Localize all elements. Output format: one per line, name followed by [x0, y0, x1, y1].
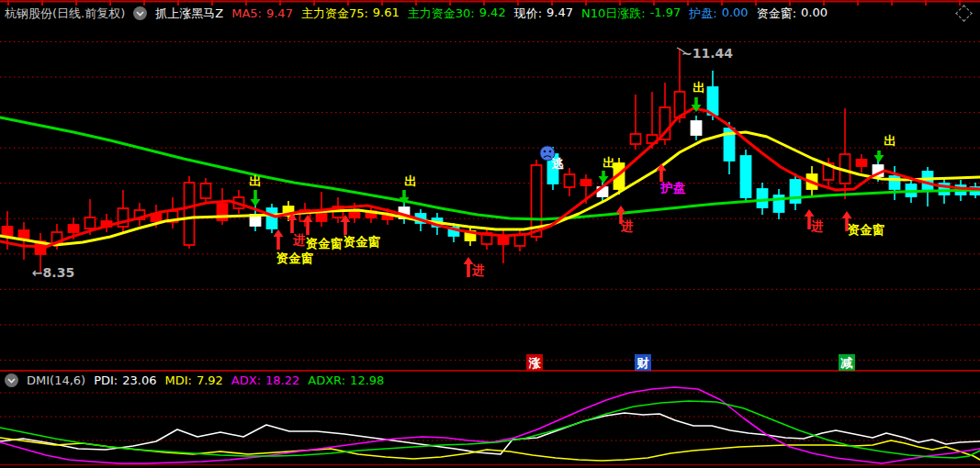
annotation-text: 出: [693, 80, 705, 95]
field-value: 12.98: [350, 373, 384, 387]
annotation-text: 出: [249, 173, 262, 188]
field-hupan: 护盘:0.00: [689, 6, 748, 22]
dmi-indicator-name: DMI(14,6): [27, 373, 85, 387]
stock-title: 杭钢股份(日线.前复权): [5, 6, 125, 22]
field-value: -1.97: [650, 6, 681, 22]
candle-body: [69, 225, 79, 232]
sell-arrow-icon: [251, 190, 261, 206]
candle-body: [317, 214, 327, 221]
chevron-down-circle-icon[interactable]: [133, 6, 147, 20]
field-label: ADX:: [231, 373, 261, 387]
buy-arrow-icon: [657, 163, 667, 182]
chart-canvas[interactable]: 出资金窗进资金窗资金窗出进逃出进护盘出进资金窗出~11.44←8.35: [0, 0, 980, 468]
field-label: 主力资金30:: [408, 6, 475, 22]
high-price-label: ~11.44: [681, 46, 733, 61]
candle-body: [708, 87, 718, 115]
field-mdi: MDI:7.92: [164, 373, 222, 387]
candle-body: [515, 235, 525, 246]
candle-body: [85, 217, 96, 228]
annotation-text: 进: [292, 232, 306, 247]
field-value: 7.92: [197, 373, 223, 387]
indicator-name: 抓上涨黑马Z: [155, 6, 223, 22]
field-value: 9.47: [266, 6, 293, 20]
field-value: 9.47: [546, 6, 573, 22]
field-label: 现价:: [514, 6, 542, 22]
annotation-text: 资金窗: [276, 251, 314, 265]
face-eye: [549, 150, 552, 153]
face-eye: [544, 150, 546, 153]
annotation-text: 资金窗: [344, 234, 381, 249]
field-label: MA5:: [231, 6, 262, 20]
annotation-text: 资金窗: [306, 236, 344, 251]
field-value: 0.00: [801, 6, 828, 22]
candle-body: [758, 189, 768, 207]
sell-arrow-icon: [874, 150, 884, 162]
candle-body: [631, 134, 641, 144]
field-label: 主力资金75:: [301, 6, 368, 22]
candle-body: [857, 160, 867, 166]
field-zijinchuang: 资金窗:0.00: [757, 6, 828, 22]
candle-body: [3, 227, 13, 236]
buy-arrow-icon: [274, 229, 284, 250]
candle-body: [565, 174, 575, 187]
tag-jian[interactable]: 减: [839, 354, 855, 371]
field-value: 0.00: [722, 6, 749, 22]
candle-body: [499, 237, 509, 244]
field-label: 护盘:: [689, 6, 716, 22]
annotation-text: 出: [603, 155, 615, 170]
field-label: N10日涨跌:: [581, 6, 646, 22]
field-zhuli-30: 主力资金30:9.42: [408, 6, 506, 22]
field-value: 9.61: [373, 6, 400, 22]
field-adx: ADX:18.22: [231, 373, 299, 387]
field-value: 23.06: [122, 373, 156, 387]
field-adxr: ADXR:12.98: [308, 373, 384, 387]
tag-zhang[interactable]: 涨: [526, 354, 543, 371]
stock-app-window: 出资金窗进资金窗资金窗出进逃出进护盘出进资金窗出~11.44←8.35 杭钢股份…: [0, 0, 980, 468]
low-price-label: ←8.35: [32, 265, 74, 280]
annotation-text: 进: [471, 262, 485, 277]
dmi-line-adx: [0, 387, 980, 463]
field-value: 9.42: [479, 6, 506, 22]
candle-body: [267, 208, 277, 228]
annotation-text: 进: [620, 218, 634, 233]
field-ma5: MA5:9.47: [231, 6, 293, 20]
annotation-text: 资金窗: [848, 222, 885, 237]
tag-cai[interactable]: 财: [635, 354, 651, 371]
candle-body: [185, 183, 195, 245]
field-value: 18.22: [265, 373, 299, 387]
annotation-text: 出: [404, 173, 417, 188]
annotation-text: 出: [884, 133, 896, 148]
chevron-down-circle-icon[interactable]: [5, 373, 18, 387]
top-info-bar: 杭钢股份(日线.前复权) 抓上涨黑马Z MA5:9.47 主力资金75:9.61…: [5, 3, 949, 24]
field-n10-change: N10日涨跌:-1.97: [581, 6, 681, 22]
field-label: MDI:: [164, 373, 191, 387]
candle-body: [201, 184, 211, 198]
candle-body: [581, 180, 591, 185]
field-label: ADXR:: [308, 373, 345, 387]
dmi-info-bar: DMI(14,6) PDI:23.06 MDI:7.92 ADX:18.22 A…: [5, 373, 384, 388]
annotation-text: 护盘: [660, 180, 687, 195]
field-zhuli-75: 主力资金75:9.61: [301, 6, 400, 22]
candle-body: [741, 156, 751, 197]
candle-body: [692, 121, 702, 135]
field-label: PDI:: [94, 373, 118, 387]
field-pdi: PDI:23.06: [94, 373, 156, 387]
field-current-price: 现价:9.47: [514, 6, 573, 22]
dmi-line-pdi: [0, 413, 980, 454]
field-label: 资金窗:: [757, 6, 796, 22]
annotation-text: 进: [810, 218, 824, 233]
annotation-text: 逃: [551, 156, 564, 171]
